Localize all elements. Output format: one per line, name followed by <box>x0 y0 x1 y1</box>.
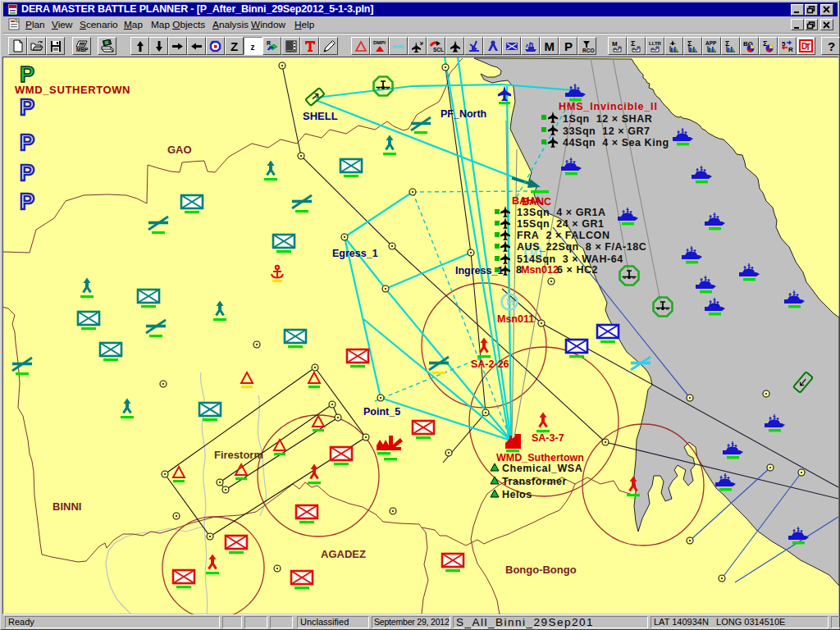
svg-text:Bongo-Bongo: Bongo-Bongo <box>505 564 577 576</box>
svg-text:?: ? <box>828 39 835 53</box>
svg-text:WMD_Suthertown: WMD_Suthertown <box>496 452 584 463</box>
svg-text:DMPI: DMPI <box>373 40 386 45</box>
svg-text:AGADEZ: AGADEZ <box>321 548 366 560</box>
svg-text:AUS_22Sqn 8 × F/A-18C: AUS_22Sqn 8 × F/A-18C <box>517 241 646 253</box>
svg-text:R: R <box>267 40 271 46</box>
svg-text:Msn012: Msn012 <box>521 264 559 276</box>
svg-text:SHELL: SHELL <box>303 110 338 122</box>
svg-text:R: R <box>788 46 793 53</box>
svg-text:SA-2-26: SA-2-26 <box>471 358 509 370</box>
svg-text:BINNI: BINNI <box>52 500 81 513</box>
svg-text:M: M <box>506 297 514 307</box>
svg-text:Transformer: Transformer <box>502 476 567 487</box>
svg-text:PF_North: PF_North <box>441 108 486 120</box>
svg-text:HMS_Invincible_II: HMS_Invincible_II <box>559 101 658 112</box>
svg-text:Ingress_1: Ingress_1 <box>455 265 503 276</box>
svg-text:Helos: Helos <box>502 489 532 500</box>
svg-text:z: z <box>251 43 255 52</box>
svg-text:WMD_SUTHERTOWN: WMD_SUTHERTOWN <box>15 84 130 96</box>
svg-text:Σ: Σ <box>687 39 692 48</box>
svg-text:BANC: BANC <box>522 196 551 208</box>
svg-text:Z: Z <box>231 39 238 53</box>
svg-text:Egress_1: Egress_1 <box>332 248 378 259</box>
svg-text:6 × HC2: 6 × HC2 <box>557 264 598 276</box>
svg-text:1Sqn 12 × SHAR: 1Sqn 12 × SHAR <box>563 113 652 125</box>
svg-text:M: M <box>612 40 618 48</box>
svg-text:RCO: RCO <box>582 48 594 53</box>
svg-text:44Sqn 4 × Sea King: 44Sqn 4 × Sea King <box>563 137 669 148</box>
svg-text:15Sqn 24 × GR1: 15Sqn 24 × GR1 <box>517 218 605 230</box>
svg-text:T: T <box>806 43 810 52</box>
svg-text:Σ: Σ <box>631 39 636 48</box>
svg-text:13Sqn 4 × GR1A: 13Sqn 4 × GR1A <box>517 207 606 218</box>
svg-text:M: M <box>545 39 555 53</box>
svg-text:LLTR: LLTR <box>649 41 662 46</box>
svg-text:SA-3-7: SA-3-7 <box>532 432 564 444</box>
svg-text:GAO: GAO <box>167 144 192 156</box>
svg-text:Chemical_WSA: Chemical_WSA <box>502 463 582 474</box>
svg-text:FRA 2 × FALCON: FRA 2 × FALCON <box>517 230 609 241</box>
svg-text:APP: APP <box>705 40 717 46</box>
svg-text:Σ: Σ <box>725 39 730 48</box>
svg-text:P: P <box>564 39 573 53</box>
svg-text:SCL: SCL <box>433 47 444 52</box>
svg-text:Msn011: Msn011 <box>497 313 534 325</box>
svg-text:c: c <box>211 39 213 44</box>
svg-text:Point_5: Point_5 <box>363 406 400 418</box>
svg-text:33Sqn 12 × GR7: 33Sqn 12 × GR7 <box>563 126 651 137</box>
svg-text:MBP: MBP <box>76 47 89 52</box>
svg-text:Firestorm: Firestorm <box>214 449 263 461</box>
svg-text:514Sqn 3 × WAH-64: 514Sqn 3 × WAH-64 <box>517 253 623 265</box>
